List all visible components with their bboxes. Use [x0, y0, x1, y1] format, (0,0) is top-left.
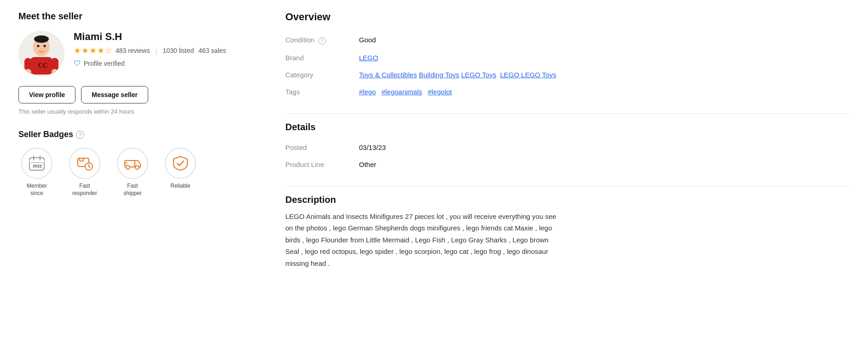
overview-title: Overview [285, 11, 850, 23]
category-link-2[interactable]: LEGO Toys [461, 71, 496, 79]
details-posted-row: Posted 03/13/23 [285, 139, 850, 156]
overview-condition-row: Condition ? Good [285, 31, 850, 49]
sales-count: 463 sales [198, 47, 226, 54]
posted-label: Posted [285, 139, 359, 156]
badge-member-since-label: Membersince [27, 183, 47, 197]
badge-fast-shipper-label: Fastshipper [123, 183, 141, 197]
svg-point-3 [37, 45, 40, 47]
tags-values: #lego #legoanimals #legolot [359, 83, 850, 100]
verified-label: Profile verified [84, 60, 125, 67]
badge-shield-icon [165, 148, 196, 179]
badge-member-since: 2022 Membersince [18, 148, 55, 197]
category-link-3[interactable]: LEGO LEGO Toys [500, 71, 556, 79]
reviews-count: 483 reviews [116, 47, 150, 54]
svg-text:CC: CC [38, 62, 47, 69]
message-seller-button[interactable]: Message seller [81, 86, 148, 103]
avatar: CC [18, 31, 64, 77]
seller-info: CC Miami S.H ★★★★☆ 483 reviews | 1030 li… [18, 31, 258, 77]
badge-fast-responder: Fastresponder [66, 148, 103, 197]
divider-1 [285, 113, 850, 114]
tags-label: Tags [285, 83, 359, 100]
stars-row: ★★★★☆ 483 reviews | 1030 listed 463 sale… [74, 46, 258, 56]
brand-value[interactable]: LEGO [359, 49, 850, 66]
tag-legoanimals[interactable]: #legoanimals [382, 88, 422, 96]
brand-link[interactable]: LEGO [359, 54, 378, 62]
svg-text:2022: 2022 [33, 164, 42, 168]
category-link-0[interactable]: Toys & Collectibles [359, 71, 417, 79]
details-product-line-row: Product Line Other [285, 156, 850, 173]
condition-value: Good [359, 31, 850, 49]
divider-2 [285, 186, 850, 186]
meet-seller-title: Meet the seller [18, 11, 258, 22]
seller-details: Miami S.H ★★★★☆ 483 reviews | 1030 liste… [74, 31, 258, 68]
tag-lego[interactable]: #lego [359, 88, 376, 96]
overview-brand-row: Brand LEGO [285, 49, 850, 66]
category-links: Toys & Collectibles Building Toys LEGO T… [359, 71, 850, 79]
badges-title: Seller Badges [18, 130, 73, 139]
category-label: Category [285, 66, 359, 83]
svg-point-10 [25, 69, 31, 75]
product-line-value: Other [359, 156, 850, 173]
badges-row: 2022 Membersince [18, 148, 258, 197]
separator: | [156, 47, 157, 55]
badges-title-row: Seller Badges ? [18, 130, 258, 139]
badge-fast-shipper: Fastshipper [114, 148, 151, 197]
svg-rect-19 [80, 158, 83, 161]
product-line-label: Product Line [285, 156, 359, 173]
verified-row: 🛡 Profile verified [74, 59, 258, 68]
category-link-1[interactable]: Building Toys [419, 71, 459, 79]
condition-help-icon[interactable]: ? [318, 37, 326, 45]
overview-tags-row: Tags #lego #legoanimals #legolot [285, 83, 850, 100]
svg-point-11 [52, 69, 58, 75]
badges-help-icon[interactable]: ? [76, 131, 84, 139]
overview-category-row: Category Toys & Collectibles Building To… [285, 66, 850, 83]
svg-rect-8 [24, 58, 32, 71]
condition-label: Condition ? [285, 31, 359, 49]
description-text: LEGO Animals and Insects Minifigures 27 … [285, 211, 561, 270]
posted-value: 03/13/23 [359, 139, 850, 156]
overview-table: Condition ? Good Brand LEGO Category To [285, 31, 850, 100]
badge-fast-responder-label: Fastresponder [72, 183, 97, 197]
seller-name: Miami S.H [74, 31, 258, 43]
svg-point-5 [41, 48, 42, 50]
svg-point-2 [34, 35, 49, 43]
svg-rect-14 [29, 160, 44, 162]
details-title: Details [285, 122, 850, 132]
left-panel: Meet the seller [18, 11, 258, 269]
category-values: Toys & Collectibles Building Toys LEGO T… [359, 66, 850, 83]
badge-reliable-label: Reliable [170, 183, 190, 190]
details-table: Posted 03/13/23 Product Line Other [285, 139, 850, 173]
view-profile-button[interactable]: View profile [18, 86, 75, 103]
badge-truck-icon [117, 148, 148, 179]
verified-icon: 🛡 [74, 59, 81, 68]
star-icons: ★★★★☆ [74, 46, 113, 56]
svg-point-24 [126, 166, 130, 169]
badge-reliable: Reliable [162, 148, 199, 197]
svg-point-25 [135, 166, 139, 169]
tag-legolot[interactable]: #legolot [428, 88, 452, 96]
badges-section: Seller Badges ? 2022 [18, 130, 258, 197]
svg-point-4 [44, 45, 46, 47]
svg-rect-9 [51, 58, 58, 71]
badge-chat-icon [69, 148, 100, 179]
listed-count: 1030 listed [163, 47, 194, 54]
brand-label: Brand [285, 49, 359, 66]
response-note: This seller usually responds within 24 h… [18, 108, 258, 115]
description-title: Description [285, 195, 850, 205]
seller-buttons: View profile Message seller [18, 86, 258, 103]
badge-calendar-icon: 2022 [21, 148, 52, 179]
right-panel: Overview Condition ? Good Brand LEGO [285, 11, 850, 269]
